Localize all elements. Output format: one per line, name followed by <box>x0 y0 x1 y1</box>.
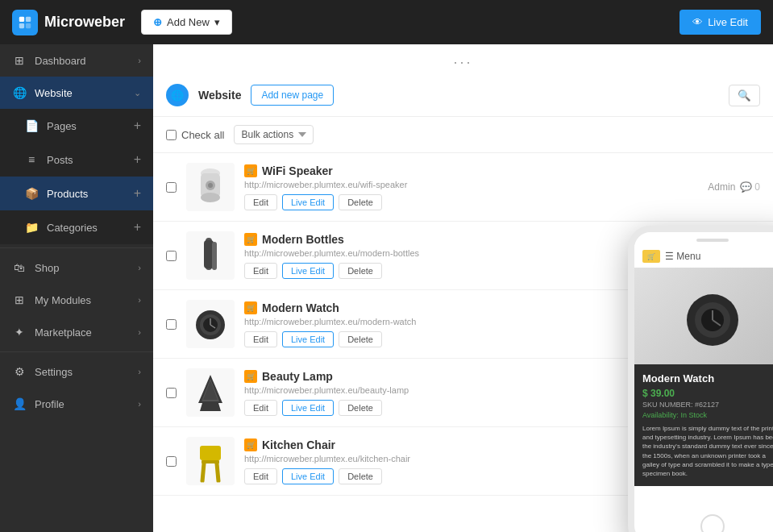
product-checkbox-4[interactable] <box>166 388 177 398</box>
live-edit-button-3[interactable]: Live Edit <box>282 331 334 347</box>
comment-icon-1: 💬 0 <box>740 181 760 193</box>
chevron-right-icon-settings: › <box>138 367 141 376</box>
search-button[interactable]: 🔍 <box>729 85 760 106</box>
add-products-icon[interactable]: + <box>134 186 141 201</box>
svg-point-8 <box>208 183 213 188</box>
phone-home-button <box>700 514 725 532</box>
phone-speaker <box>696 239 729 242</box>
edit-button-1[interactable]: Edit <box>244 194 277 210</box>
add-posts-icon[interactable]: + <box>134 152 141 167</box>
eye-icon: 👁 <box>692 16 703 28</box>
delete-button-2[interactable]: Delete <box>339 263 382 279</box>
main-area: ... 🌐 Website Add new page 🔍 Check all B… <box>153 44 773 532</box>
edit-button-2[interactable]: Edit <box>244 263 277 279</box>
sidebar-item-dashboard[interactable]: ⊞ Dashboard › <box>0 44 153 77</box>
phone-product-name: Modern Watch <box>642 372 773 384</box>
live-edit-button[interactable]: 👁 Live Edit <box>679 10 761 35</box>
product-image-4 <box>186 368 235 417</box>
product-name-row-1: 🛒 WiFi Speaker <box>244 164 698 177</box>
product-checkbox-2[interactable] <box>166 251 177 261</box>
check-all-checkbox[interactable] <box>166 130 177 140</box>
add-new-page-button[interactable]: Add new page <box>251 85 334 106</box>
phone-availability: Availability: In Stock <box>642 411 773 419</box>
product-name-2: Modern Bottles <box>262 233 344 246</box>
svg-rect-3 <box>26 23 31 27</box>
product-checkbox-1[interactable] <box>166 182 177 193</box>
sidebar-item-categories[interactable]: 📁 Categories + <box>0 210 153 244</box>
delete-button-4[interactable]: Delete <box>339 400 382 416</box>
live-edit-button-5[interactable]: Live Edit <box>282 468 334 484</box>
chevron-right-icon: › <box>138 56 141 65</box>
product-image-1 <box>186 163 235 211</box>
sidebar-item-marketplace[interactable]: ✦ Marketplace › <box>0 316 153 348</box>
product-image-5 <box>186 437 235 485</box>
check-all-label[interactable]: Check all <box>166 129 224 141</box>
sidebar-item-website[interactable]: 🌐 Website ⌄ <box>0 77 153 109</box>
sidebar-item-posts[interactable]: ≡ Posts + <box>0 143 153 177</box>
bulk-actions-select[interactable]: Bulk actions <box>234 125 314 144</box>
product-name-4: Beauty Lamp <box>262 370 333 383</box>
sidebar-item-products[interactable]: 📦 Products + <box>0 177 153 210</box>
product-admin-1: Admin 💬 0 <box>708 181 760 193</box>
sidebar-item-profile[interactable]: 👤 Profile › <box>0 388 153 420</box>
website-globe-icon: 🌐 <box>166 84 189 106</box>
delete-button-5[interactable]: Delete <box>339 468 382 484</box>
folder-icon: 📁 <box>24 221 39 234</box>
product-image-3 <box>186 300 235 348</box>
delete-button-1[interactable]: Delete <box>339 194 382 210</box>
delete-button-3[interactable]: Delete <box>339 331 382 347</box>
product-url-1: http://microweber.plumtex.eu/wifi-speake… <box>244 180 698 189</box>
phone-menu-icon: ☰ Menu <box>665 251 700 262</box>
divider-1 <box>0 247 153 248</box>
sidebar-item-my-modules[interactable]: ⊞ My Modules › <box>0 284 153 316</box>
table-row: 🛒 WiFi Speaker http://microweber.plumtex… <box>153 153 773 222</box>
top-bar: Microweber ⊕ Add New ▾ 👁 Live Edit <box>0 0 773 44</box>
divider-2 <box>0 351 153 352</box>
add-new-button[interactable]: ⊕ Add New ▾ <box>141 10 232 35</box>
product-type-icon-1: 🛒 <box>244 164 257 177</box>
svg-line-25 <box>216 463 218 481</box>
product-actions-1: Edit Live Edit Delete <box>244 194 698 210</box>
product-info-1: 🛒 WiFi Speaker http://microweber.plumtex… <box>244 164 698 210</box>
sidebar-item-pages[interactable]: 📄 Pages + <box>0 109 153 143</box>
svg-point-6 <box>201 193 220 202</box>
modules-icon: ⊞ <box>12 293 27 306</box>
sidebar-item-shop[interactable]: 🛍 Shop › <box>0 251 153 284</box>
live-edit-button-2[interactable]: Live Edit <box>282 263 334 279</box>
product-checkbox-3[interactable] <box>166 319 177 330</box>
plus-icon: ⊕ <box>153 16 162 28</box>
svg-line-24 <box>203 463 205 481</box>
phone-cart-icon: 🛒 <box>642 250 660 263</box>
dropdown-arrow-icon: ▾ <box>214 16 220 28</box>
live-edit-button-1[interactable]: Live Edit <box>282 194 334 210</box>
settings-icon: ⚙ <box>12 365 27 378</box>
posts-icon: ≡ <box>24 153 39 166</box>
product-name-5: Kitchen Chair <box>262 438 335 451</box>
edit-button-3[interactable]: Edit <box>244 331 277 347</box>
phone-description: Lorem Ipsum is simply dummy text of the … <box>642 424 773 478</box>
sidebar: ⊞ Dashboard › 🌐 Website ⌄ 📄 Pages + ≡ Po… <box>0 44 153 532</box>
panel-header: 🌐 Website Add new page 🔍 <box>153 74 773 117</box>
phone-nav-icons: 🛒 ☰ Menu <box>642 250 700 263</box>
add-pages-icon[interactable]: + <box>134 118 141 133</box>
product-checkbox-5[interactable] <box>166 456 177 467</box>
add-categories-icon[interactable]: + <box>134 220 141 235</box>
phone-nav: 🛒 ☰ Menu <box>634 245 773 268</box>
chevron-right-icon-shop: › <box>138 263 141 272</box>
product-name-3: Modern Watch <box>262 301 339 314</box>
panel-dots: ... <box>153 44 773 74</box>
phone-mockup: 🛒 ☰ Menu Modern Watch $ 39.00 <box>628 226 773 532</box>
edit-button-4[interactable]: Edit <box>244 400 277 416</box>
marketplace-icon: ✦ <box>12 326 27 339</box>
svg-rect-20 <box>200 446 221 460</box>
product-type-icon-5: 🛒 <box>244 438 257 451</box>
chevron-down-icon: ⌄ <box>134 88 141 98</box>
phone-content: 🛒 ☰ Menu Modern Watch $ 39.00 <box>634 245 773 532</box>
svg-rect-0 <box>19 16 24 21</box>
sidebar-item-settings[interactable]: ⚙ Settings › <box>0 355 153 388</box>
live-edit-button-4[interactable]: Live Edit <box>282 400 334 416</box>
panel-title: Website <box>198 89 241 102</box>
svg-rect-2 <box>19 23 24 27</box>
edit-button-5[interactable]: Edit <box>244 468 277 484</box>
product-type-icon-3: 🛒 <box>244 301 257 314</box>
